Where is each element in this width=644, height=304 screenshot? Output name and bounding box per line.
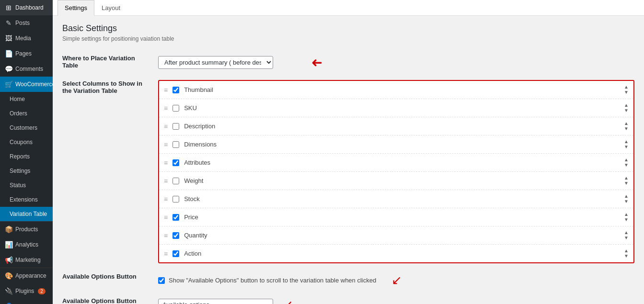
column-checkbox-action[interactable] — [172, 250, 179, 257]
sidebar-item-coupons[interactable]: Coupons — [0, 135, 53, 149]
drag-handle[interactable]: ≡ — [164, 250, 168, 258]
sort-up-description[interactable]: ▲ — [624, 121, 629, 126]
tab-settings[interactable]: Settings — [58, 0, 94, 16]
sort-down-stock[interactable]: ▼ — [624, 199, 629, 204]
sort-up-sku[interactable]: ▲ — [624, 103, 629, 108]
column-row: ≡ Weight ▲ ▼ — [159, 172, 633, 190]
column-checkbox-sku[interactable] — [172, 105, 179, 112]
sort-up-stock[interactable]: ▲ — [624, 194, 629, 199]
sort-up-attributes[interactable]: ▲ — [624, 158, 629, 162]
sidebar-item-settings[interactable]: Settings — [0, 164, 53, 178]
tab-layout[interactable]: Layout — [94, 0, 127, 16]
drag-handle[interactable]: ≡ — [164, 195, 168, 203]
sort-down-price[interactable]: ▼ — [624, 217, 629, 222]
sidebar: ⊞ Dashboard ✎ Posts 🖼 Media 📄 Pages 💬 Co… — [0, 0, 53, 304]
column-row: ≡ Description ▲ ▼ — [159, 117, 633, 135]
page-subtitle: Simple settings for positioning vaiation… — [62, 35, 634, 42]
column-checkbox-price[interactable] — [172, 214, 179, 221]
sort-arrows-stock: ▲ ▼ — [624, 194, 629, 204]
available-options-checkbox[interactable] — [158, 277, 165, 284]
column-label-price: Price — [184, 214, 619, 221]
sort-arrows-dimensions: ▲ ▼ — [624, 139, 629, 149]
appearance-icon: 🎨 — [5, 272, 12, 280]
column-label-quantity: Quantity — [184, 232, 619, 239]
sort-up-action[interactable]: ▲ — [624, 248, 629, 253]
sidebar-item-products[interactable]: 📦 Products — [0, 222, 53, 237]
sidebar-item-analytics[interactable]: 📊 Analytics — [0, 237, 53, 252]
available-options-checkbox-row: Show "Available Options" button to scrol… — [158, 277, 376, 284]
tabs-bar: Settings Layout — [53, 0, 644, 16]
sidebar-item-customers[interactable]: Customers — [0, 121, 53, 135]
column-checkbox-weight[interactable] — [172, 178, 179, 184]
where-to-place-row: Where to Place Variation Table After pro… — [62, 50, 634, 75]
sidebar-item-orders[interactable]: Orders — [0, 106, 53, 121]
sort-down-description[interactable]: ▼ — [624, 126, 629, 131]
drag-handle[interactable]: ≡ — [164, 104, 168, 112]
drag-handle[interactable]: ≡ — [164, 141, 168, 148]
sort-down-thumbnail[interactable]: ▼ — [624, 90, 629, 95]
sidebar-label: Dashboard — [15, 4, 44, 11]
analytics-icon: 📊 — [5, 241, 12, 248]
drag-handle[interactable]: ≡ — [164, 177, 168, 185]
sidebar-item-extensions[interactable]: Extensions — [0, 192, 53, 207]
available-options-checkbox-text: Show "Available Options" button to scrol… — [169, 277, 376, 284]
pages-icon: 📄 — [5, 50, 12, 57]
sidebar-item-pages[interactable]: 📄 Pages — [0, 46, 53, 61]
sort-arrows-description: ▲ ▼ — [624, 121, 629, 131]
sidebar-item-users[interactable]: 👤 Users — [0, 299, 53, 304]
sort-up-price[interactable]: ▲ — [624, 212, 629, 217]
sort-up-thumbnail[interactable]: ▲ — [624, 85, 629, 90]
sidebar-item-woocommerce[interactable]: 🛒 WooCommerce — [0, 77, 53, 92]
sidebar-item-plugins[interactable]: 🔌 Plugins 2 — [0, 283, 53, 299]
settings-content: Basic Settings Simple settings for posit… — [53, 16, 644, 304]
comments-icon: 💬 — [5, 65, 12, 73]
sidebar-item-marketing[interactable]: 📢 Marketing — [0, 252, 53, 268]
where-to-place-label: Where to Place Variation Table — [62, 55, 135, 69]
sort-down-quantity[interactable]: ▼ — [624, 236, 629, 240]
sidebar-item-dashboard[interactable]: ⊞ Dashboard — [0, 0, 53, 15]
drag-handle[interactable]: ≡ — [164, 232, 168, 239]
sort-up-quantity[interactable]: ▲ — [624, 230, 629, 235]
column-label-action: Action — [184, 250, 619, 257]
sort-down-action[interactable]: ▼ — [624, 254, 629, 259]
sort-down-weight[interactable]: ▼ — [624, 181, 629, 186]
posts-icon: ✎ — [5, 19, 12, 27]
drag-handle[interactable]: ≡ — [164, 123, 168, 130]
column-label-description: Description — [184, 123, 619, 130]
sidebar-item-status[interactable]: Status — [0, 178, 53, 192]
sidebar-item-comments[interactable]: 💬 Comments — [0, 61, 53, 77]
column-checkbox-stock[interactable] — [172, 196, 179, 203]
column-checkbox-quantity[interactable] — [172, 232, 179, 239]
sidebar-item-home[interactable]: Home — [0, 92, 53, 106]
sidebar-item-variation-table[interactable]: Variation Table — [0, 207, 53, 221]
drag-handle[interactable]: ≡ — [164, 86, 168, 94]
drag-handle[interactable]: ≡ — [164, 159, 168, 167]
arrow-available-options: ↙ — [391, 273, 402, 288]
column-row: ≡ Quantity ▲ ▼ — [159, 226, 633, 245]
sort-arrows-sku: ▲ ▼ — [624, 103, 629, 113]
arrow-options-text: ↙ — [283, 297, 293, 304]
column-label-sku: SKU — [184, 104, 619, 112]
sort-up-weight[interactable]: ▲ — [624, 176, 629, 180]
sidebar-item-reports[interactable]: Reports — [0, 149, 53, 164]
sort-up-dimensions[interactable]: ▲ — [624, 139, 629, 144]
column-checkbox-description[interactable] — [172, 123, 179, 130]
column-row: ≡ Dimensions ▲ ▼ — [159, 135, 633, 154]
sort-down-attributes[interactable]: ▼ — [624, 163, 629, 168]
column-checkbox-dimensions[interactable] — [172, 141, 179, 148]
column-label-weight: Weight — [184, 177, 619, 184]
column-checkbox-attributes[interactable] — [172, 159, 179, 166]
marketing-icon: 📢 — [5, 256, 12, 264]
sort-down-dimensions[interactable]: ▼ — [624, 145, 629, 149]
sort-down-sku[interactable]: ▼ — [624, 108, 629, 113]
available-options-text-input[interactable] — [158, 299, 273, 304]
drag-handle[interactable]: ≡ — [164, 214, 168, 221]
column-row: ≡ Thumbnail ▲ ▼ — [159, 81, 633, 99]
where-to-place-select[interactable]: After product summary ( before descripti… — [158, 56, 273, 69]
sidebar-item-appearance[interactable]: 🎨 Appearance — [0, 268, 53, 283]
main-content: Settings Layout Basic Settings Simple se… — [53, 0, 644, 304]
sort-arrows-price: ▲ ▼ — [624, 212, 629, 222]
column-checkbox-thumbnail[interactable] — [172, 87, 179, 93]
sidebar-item-posts[interactable]: ✎ Posts — [0, 15, 53, 31]
sidebar-item-media[interactable]: 🖼 Media — [0, 31, 53, 46]
